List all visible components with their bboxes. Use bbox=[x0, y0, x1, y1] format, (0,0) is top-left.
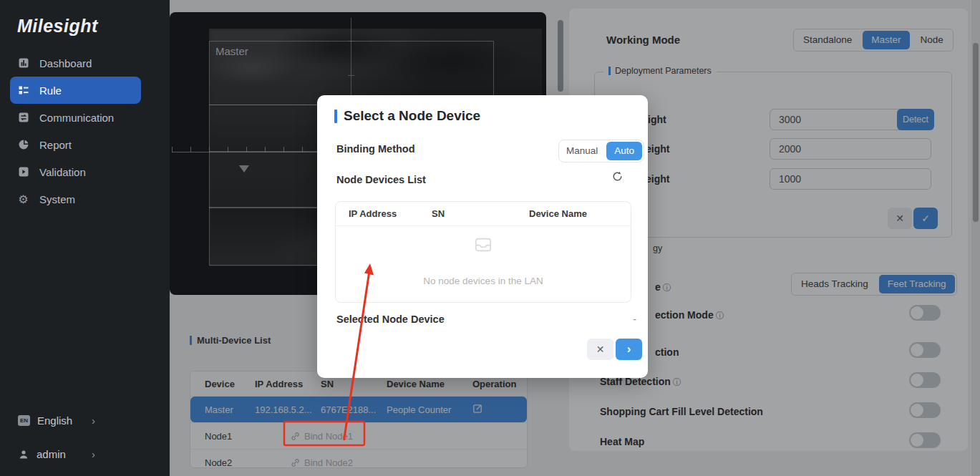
sidebar: Milesight Dashboard Rule Communication bbox=[0, 0, 170, 476]
col-ip-address: IP Address bbox=[336, 208, 432, 219]
report-icon bbox=[17, 139, 29, 151]
empty-state-text: No node devices in the LAN bbox=[336, 276, 631, 286]
title-text: Select a Node Device bbox=[344, 108, 480, 124]
selected-node-device-value: - bbox=[633, 314, 636, 325]
node-devices-table: IP Address SN Device Name No node device… bbox=[335, 201, 631, 303]
binding-auto-option[interactable]: Auto bbox=[606, 142, 642, 160]
node-devices-list-label: Node Devices List bbox=[336, 174, 426, 185]
binding-method-label: Binding Method bbox=[336, 143, 415, 155]
title-accent-bar bbox=[334, 110, 337, 123]
empty-inbox-icon bbox=[336, 237, 631, 256]
dialog-next-button[interactable]: › bbox=[616, 339, 642, 360]
binding-method-switch: Manual Auto bbox=[558, 140, 644, 162]
validation-icon bbox=[17, 166, 29, 178]
selected-node-device-label: Selected Node Device bbox=[336, 314, 445, 325]
dialog-cancel-button[interactable]: ✕ bbox=[587, 339, 613, 360]
gear-icon: ⚙ bbox=[17, 193, 29, 205]
sidebar-item-dashboard[interactable]: Dashboard bbox=[0, 49, 170, 77]
sidebar-item-label: Validation bbox=[39, 166, 86, 178]
sidebar-item-label: Report bbox=[39, 139, 72, 151]
node-table-header: IP Address SN Device Name bbox=[336, 202, 631, 226]
user-icon bbox=[18, 449, 29, 460]
sidebar-item-report[interactable]: Report bbox=[0, 131, 170, 158]
sidebar-item-rule[interactable]: Rule bbox=[10, 77, 141, 104]
empty-state: No node devices in the LAN bbox=[336, 225, 631, 286]
sidebar-item-label: Dashboard bbox=[39, 57, 92, 69]
communication-icon bbox=[17, 112, 29, 124]
sidebar-item-validation[interactable]: Validation bbox=[0, 158, 170, 185]
milesight-logo: Milesight bbox=[17, 16, 98, 37]
dashboard-icon bbox=[17, 57, 29, 69]
language-label: English bbox=[37, 414, 72, 427]
binding-manual-option[interactable]: Manual bbox=[559, 141, 605, 161]
select-node-device-dialog: Select a Node Device Binding Method Manu… bbox=[317, 95, 648, 378]
sidebar-item-communication[interactable]: Communication bbox=[0, 104, 170, 131]
sidebar-nav: Dashboard Rule Communication Report bbox=[0, 49, 170, 213]
rule-icon bbox=[17, 84, 29, 97]
refresh-icon[interactable] bbox=[611, 170, 624, 185]
sidebar-item-label: Communication bbox=[39, 112, 114, 124]
sidebar-item-label: Rule bbox=[39, 84, 62, 97]
sidebar-item-system[interactable]: ⚙ System bbox=[0, 185, 170, 213]
sidebar-item-label: System bbox=[39, 193, 75, 205]
chevron-right-icon: › bbox=[92, 414, 95, 427]
dialog-title: Select a Node Device bbox=[334, 108, 480, 124]
language-icon: EN bbox=[18, 415, 30, 426]
col-device-name: Device Name bbox=[529, 208, 587, 219]
language-selector[interactable]: EN English › bbox=[18, 414, 154, 427]
chevron-right-icon: › bbox=[92, 448, 95, 460]
user-menu[interactable]: admin › bbox=[18, 448, 154, 460]
col-sn: SN bbox=[432, 208, 529, 219]
user-label: admin bbox=[37, 448, 66, 460]
app-window: Milesight Dashboard Rule Communication bbox=[0, 0, 980, 476]
